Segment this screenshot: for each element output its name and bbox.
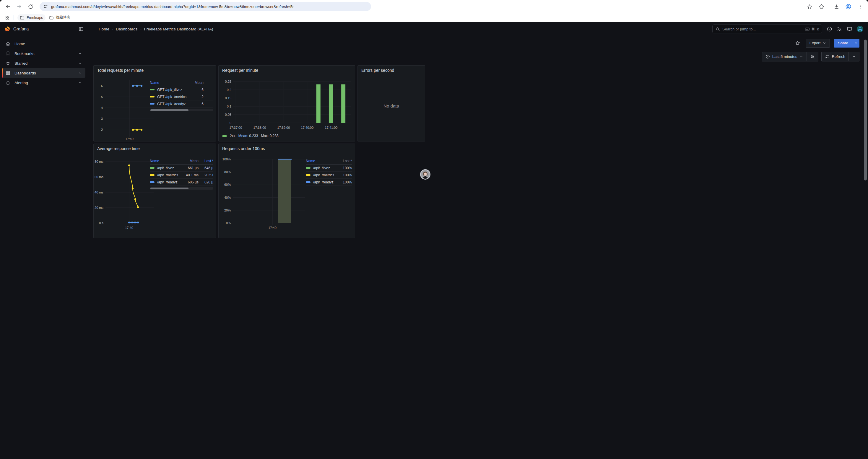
legend-header-name[interactable]: Name: [306, 159, 315, 163]
assistant-avatar-image: [421, 170, 430, 179]
panel-title[interactable]: Requests under 100ms: [222, 146, 265, 151]
legend-header-mean[interactable]: Mean: [179, 159, 205, 163]
x-tick-label: 17:40: [125, 226, 133, 230]
series-color-pill: [222, 135, 227, 137]
time-controls-row: Last 5 minutes Refresh: [88, 50, 434, 63]
reload-button[interactable]: [25, 1, 35, 11]
chevron-down-icon[interactable]: [78, 61, 82, 65]
sidebar-item-home[interactable]: Home: [2, 39, 85, 48]
legend-series-last: 100%: [335, 173, 352, 177]
grafana-brand: Grafana: [13, 27, 29, 31]
legend-series-last: 646 µs: [205, 166, 213, 170]
panel-title[interactable]: Errors per second: [361, 68, 394, 73]
panel-total-requests-per-minute: Total requests per minute 6543217:40 Nam…: [93, 65, 216, 141]
legend-table: Name Last * /api/_/livez 100% /api/_/met…: [306, 157, 352, 186]
series-color-pill: [150, 182, 155, 183]
legend-header-name[interactable]: Name: [150, 159, 159, 163]
url-bar[interactable]: grafana.mathmast.com/d/deytv4rwavabkb/fr…: [39, 2, 371, 11]
legend-series-name[interactable]: GET /api/_/livez: [157, 88, 182, 92]
legend-bottom: 2xx Mean: 0.233 Max: 0.233: [222, 134, 279, 138]
legend-series-mean: 6: [193, 102, 213, 106]
panel-average-response-time: Average response time 80 ms60 ms40 ms20 …: [93, 143, 216, 230]
bookmark-folder-blogs[interactable]: 收藏博客: [47, 14, 73, 21]
floating-assistant-avatar[interactable]: [420, 169, 430, 179]
legend-max-stat: Max: 0.233: [261, 134, 278, 138]
legend-scrollbar-thumb[interactable]: [150, 109, 188, 111]
x-tick-label: 17:38:00: [253, 126, 266, 129]
legend-scrollbar-thumb[interactable]: [150, 188, 188, 189]
breadcrumb-current: Freeleaps Metrics Dashboard (ALPHA): [144, 27, 213, 31]
legend-header-last[interactable]: Last *: [335, 159, 352, 163]
series-point: [132, 129, 134, 131]
chevron-down-icon[interactable]: [78, 80, 82, 85]
legend-series-name[interactable]: /api/_/livez: [313, 166, 330, 170]
sidebar: Home Bookmarks Starred Dashboards Alerti: [0, 36, 88, 230]
breadcrumb-home[interactable]: Home: [99, 27, 109, 31]
legend-row: /api/_/livez 100%: [306, 165, 352, 172]
legend-header-name[interactable]: Name: [150, 80, 159, 85]
y-tick-label: 0: [229, 121, 231, 125]
sidebar-item-label: Alerting: [14, 80, 28, 85]
legend-series-name[interactable]: /api/_/metrics: [313, 173, 334, 177]
sidebar-item-starred[interactable]: Starred: [2, 59, 85, 68]
legend-series-name[interactable]: /api/_/metrics: [157, 173, 178, 177]
y-tick-label: 6: [101, 84, 103, 88]
legend-series-mean: 40.1 ms: [179, 173, 205, 177]
grafana-logo: [4, 26, 10, 32]
legend-series-name[interactable]: /api/_/readyz: [313, 180, 334, 184]
bell-icon: [6, 80, 10, 85]
back-button[interactable]: [3, 1, 13, 11]
y-tick-label: 3: [101, 117, 103, 121]
y-tick-label: 80%: [224, 170, 231, 174]
legend-series-name[interactable]: /api/_/livez: [157, 166, 174, 170]
legend-series-name[interactable]: GET /api/_/metrics: [157, 95, 186, 99]
forward-button[interactable]: [14, 1, 24, 11]
x-tick-label: 17:40:00: [301, 126, 314, 129]
apps-grid-button[interactable]: [4, 14, 11, 22]
collapse-sidebar-button[interactable]: [79, 27, 84, 32]
bar: [329, 85, 333, 123]
grafana-app: Grafana Home › Dashboards › Freeleaps Me…: [0, 22, 434, 230]
legend-series-name[interactable]: 2xx: [230, 134, 236, 138]
breadcrumb-dashboards[interactable]: Dashboards: [116, 27, 137, 31]
sidebar-item-alerting[interactable]: Alerting: [2, 78, 85, 88]
url-text[interactable]: grafana.mathmast.com/d/deytv4rwavabkb/fr…: [51, 4, 294, 9]
series-color-pill: [150, 96, 155, 97]
series-point: [128, 222, 130, 223]
no-data-message: No data: [358, 103, 425, 108]
legend-row: GET /api/_/metrics 2: [150, 93, 213, 100]
breadcrumb: Home › Dashboards › Freeleaps Metrics Da…: [99, 27, 213, 31]
site-settings-icon: [43, 4, 48, 9]
legend-series-name[interactable]: GET /api/_/readyz: [157, 102, 186, 106]
breadcrumb-separator: ›: [140, 27, 141, 31]
bookmarks-divider: [13, 15, 14, 21]
series-point: [132, 85, 134, 87]
y-tick-label: 40 ms: [95, 191, 103, 194]
chevron-down-icon[interactable]: [78, 71, 82, 75]
legend-header-last[interactable]: Last *: [205, 159, 213, 163]
sidebar-item-dashboards[interactable]: Dashboards: [2, 68, 85, 78]
y-tick-label: 4: [101, 106, 103, 109]
panel-title[interactable]: Total requests per minute: [97, 68, 144, 73]
y-tick-label: 20 ms: [95, 206, 103, 209]
series-point: [134, 198, 136, 200]
home-icon: [6, 41, 10, 46]
chevron-down-icon[interactable]: [78, 52, 82, 56]
legend-mean-stat: Mean: 0.233: [239, 134, 258, 138]
series-point: [137, 206, 139, 208]
legend-row: GET /api/_/readyz 6: [150, 100, 213, 107]
total-requests-chart: 6543217:40: [95, 77, 156, 141]
sidebar-item-bookmarks[interactable]: Bookmarks: [2, 49, 85, 58]
series-color-pill: [306, 167, 311, 169]
reload-icon: [28, 4, 33, 9]
legend-series-name[interactable]: /api/_/readyz: [157, 180, 178, 184]
legend-header-row: Name Last *: [306, 157, 352, 165]
panel-title[interactable]: Average response time: [97, 146, 140, 151]
panel-requests-under-100ms: Requests under 100ms 100%80%60%40%20%0%1…: [218, 143, 355, 230]
legend-table: Name Mean GET /api/_/livez 6 GET /api/_/…: [150, 79, 213, 111]
series-point: [137, 222, 139, 223]
legend-header-mean[interactable]: Mean: [193, 80, 213, 85]
y-tick-label: 0.2: [227, 88, 231, 92]
panel-title[interactable]: Request per minute: [222, 68, 258, 73]
bookmark-folder-freeleaps[interactable]: Freeleaps: [18, 14, 45, 21]
